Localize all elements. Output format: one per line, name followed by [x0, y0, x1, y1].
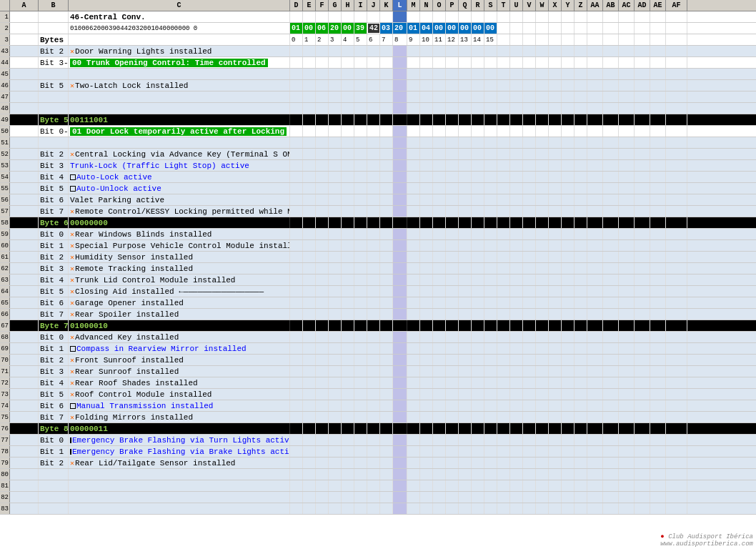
col-header-v[interactable]: V [523, 0, 536, 11]
cell-c[interactable]: ✕Garage Opener installed [69, 297, 290, 308]
cell-c[interactable]: ✕Front Sunroof installed [69, 355, 290, 365]
cell-c[interactable]: Compass in Rearview Mirror installed [69, 343, 290, 354]
col-header-f[interactable]: F [316, 0, 329, 11]
cell-c[interactable]: Manual Transmission installed [69, 400, 290, 411]
col-header-x[interactable]: X [549, 0, 562, 11]
cell-c[interactable]: Auto-Lock active [69, 172, 290, 182]
cell-c[interactable] [69, 103, 290, 114]
col-header-t[interactable]: T [497, 0, 510, 11]
col-header-h[interactable]: H [342, 0, 354, 11]
col-header-o[interactable]: O [433, 0, 446, 11]
cell-c[interactable]: ✕Door Warning Lights installed [69, 46, 290, 56]
cell-c[interactable] [69, 469, 290, 480]
cell-c[interactable]: ✕Trunk Lid Control Module installed [69, 274, 290, 285]
cell-e [303, 320, 316, 331]
cell-c[interactable]: 00111001 [69, 114, 290, 125]
cell-b: Bit 0 [39, 332, 69, 342]
col-header-a[interactable]: A [10, 0, 39, 11]
cell-c[interactable]: 01000010 [69, 320, 290, 331]
col-header-l[interactable]: L [393, 0, 407, 11]
cell-c[interactable] [69, 92, 290, 102]
cell-c[interactable] [69, 503, 290, 514]
cell-c[interactable]: ✕Advanced Key installed [69, 332, 290, 342]
cell-u [510, 377, 523, 388]
cell-c[interactable]: ✕Rear Roof Shades installed [69, 377, 290, 388]
cell-c[interactable] [69, 69, 290, 79]
cell-u [510, 263, 523, 274]
cell-e [303, 80, 316, 91]
col-header-j[interactable]: J [367, 0, 380, 11]
cell-e [303, 206, 316, 217]
col-header-u[interactable]: U [510, 0, 523, 11]
cell-aa [587, 114, 603, 125]
cell-c[interactable]: 00000000 [69, 217, 290, 228]
cell-c[interactable] [69, 492, 290, 503]
cell-b: Bit 0-1 [39, 126, 69, 137]
cell-c[interactable] [69, 480, 290, 491]
cell-c[interactable]: ✕Remote Tracking installed [69, 263, 290, 274]
cell-c[interactable]: ✕Rear Sunroof installed [69, 366, 290, 377]
cell-c[interactable]: ✕Humidity Sensor installed [69, 252, 290, 262]
cell-a [10, 240, 39, 251]
cell-c[interactable]: ✕Special Purpose Vehicle Control Module … [69, 240, 290, 251]
cell-l [393, 172, 407, 182]
cell-h [342, 183, 354, 194]
cell-z [575, 343, 587, 354]
col-header-af[interactable]: AF [666, 0, 687, 11]
cell-c[interactable]: Emergency Brake Flashing via Brake Light… [69, 446, 290, 457]
col-header-w[interactable]: W [536, 0, 549, 11]
cell-1b[interactable] [39, 11, 69, 22]
cell-c[interactable]: ✕Rear Lid/Tailgate Sensor installed [69, 458, 290, 468]
cell-c[interactable]: ✕Two-Latch Lock installed [69, 80, 290, 91]
col-header-k[interactable]: K [380, 0, 393, 11]
cell-c[interactable]: ✕Closing Aid installed ←————————————————… [69, 286, 290, 297]
col-header-c[interactable]: C [69, 0, 290, 11]
col-header-z[interactable]: Z [575, 0, 587, 11]
col-header-ab[interactable]: AB [603, 0, 619, 11]
col-header-ac[interactable]: AC [619, 0, 635, 11]
cell-c[interactable]: ✕Roof Control Module installed [69, 389, 290, 400]
cell-c[interactable]: 00 Trunk Opening Control: Time controlle… [69, 57, 290, 68]
cell-z [575, 137, 587, 148]
cell-c[interactable] [69, 137, 290, 148]
col-header-aa[interactable]: AA [587, 0, 603, 11]
col-header-ae[interactable]: AE [650, 0, 666, 11]
col-header-q[interactable]: Q [459, 0, 472, 11]
cell-1c[interactable]: 46-Central Conv. [69, 11, 290, 22]
cell-h [342, 469, 354, 480]
cell-c[interactable]: Valet Parking active [69, 194, 290, 205]
col-header-p[interactable]: P [446, 0, 459, 11]
cell-c[interactable]: Auto-Unlock active [69, 183, 290, 194]
cell-aa [587, 458, 603, 468]
col-header-d[interactable]: D [290, 0, 303, 11]
col-header-g[interactable]: G [329, 0, 342, 11]
cell-c[interactable]: ✕Remote Control/KESSY Locking permitted … [69, 206, 290, 217]
col-header-n[interactable]: N [420, 0, 433, 11]
cell-z [575, 103, 587, 114]
cell-s [484, 57, 497, 68]
cell-aa [587, 377, 603, 388]
cell-c[interactable]: ✕Rear Windows Blinds installed [69, 229, 290, 239]
cell-c[interactable]: ✕Folding Mirrors installed [69, 412, 290, 422]
col-header-y[interactable]: Y [562, 0, 575, 11]
cell-1a[interactable] [10, 11, 39, 22]
cell-c[interactable]: ✕Rear Spoiler installed [69, 309, 290, 320]
col-header-m[interactable]: M [407, 0, 420, 11]
cell-2c[interactable]: 0100062000390442032001040000000 0 [69, 23, 290, 34]
cell-c[interactable]: ✕Central Locking via Advance Key (Termin… [69, 149, 290, 159]
cell-h [342, 480, 354, 491]
cell-i [354, 400, 367, 411]
cell-ad [635, 126, 650, 137]
col-header-e[interactable]: E [303, 0, 316, 11]
col-header-b[interactable]: B [39, 0, 69, 11]
col-header-ad[interactable]: AD [635, 0, 650, 11]
col-header-i[interactable]: I [354, 0, 367, 11]
cell-k [380, 320, 393, 331]
cell-c[interactable]: 01 Door Lock temporarily active after Lo… [69, 126, 290, 137]
col-header-s[interactable]: S [484, 0, 497, 11]
cell-c[interactable]: 00000011 [69, 423, 290, 434]
cell-c[interactable]: Emergency Brake Flashing via Turn Lights… [69, 435, 290, 445]
cell-d [290, 343, 303, 354]
cell-c[interactable]: Trunk-Lock (Traffic Light Stop) active [69, 160, 290, 171]
col-header-r[interactable]: R [472, 0, 484, 11]
